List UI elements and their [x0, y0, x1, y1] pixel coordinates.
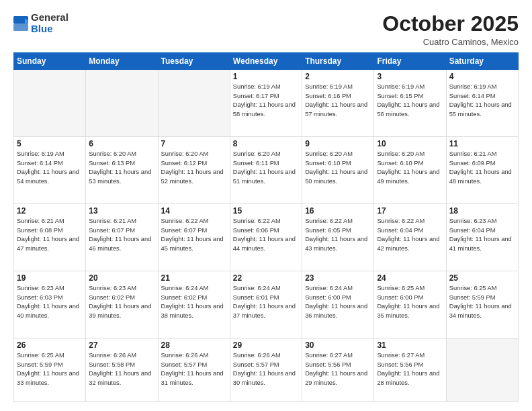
day-number: 26: [17, 340, 83, 350]
col-monday: Monday: [86, 53, 158, 70]
day-number: 29: [233, 340, 299, 350]
calendar-cell: 27Sunrise: 6:26 AM Sunset: 5:58 PM Dayli…: [86, 338, 158, 402]
calendar-cell: 21Sunrise: 6:24 AM Sunset: 6:02 PM Dayli…: [158, 271, 230, 338]
day-info: Sunrise: 6:20 AM Sunset: 6:11 PM Dayligh…: [233, 150, 299, 186]
header: General Blue October 2025 Cuatro Caminos…: [13, 12, 519, 47]
day-info: Sunrise: 6:19 AM Sunset: 6:14 PM Dayligh…: [17, 150, 83, 186]
day-number: 1: [233, 72, 299, 81]
day-number: 22: [233, 273, 299, 283]
title-block: October 2025 Cuatro Caminos, Mexico: [382, 12, 519, 47]
day-info: Sunrise: 6:20 AM Sunset: 6:10 PM Dayligh…: [305, 150, 371, 186]
day-info: Sunrise: 6:25 AM Sunset: 5:59 PM Dayligh…: [449, 284, 515, 320]
day-info: Sunrise: 6:22 AM Sunset: 6:07 PM Dayligh…: [161, 217, 227, 253]
day-info: Sunrise: 6:25 AM Sunset: 6:00 PM Dayligh…: [377, 284, 443, 320]
month-title: October 2025: [382, 12, 519, 36]
col-thursday: Thursday: [302, 53, 374, 70]
day-info: Sunrise: 6:24 AM Sunset: 6:02 PM Dayligh…: [161, 284, 227, 320]
logo-icon: [13, 16, 28, 31]
calendar-cell: 16Sunrise: 6:22 AM Sunset: 6:05 PM Dayli…: [302, 204, 374, 271]
day-number: 8: [233, 139, 299, 148]
calendar-cell: 6Sunrise: 6:20 AM Sunset: 6:13 PM Daylig…: [86, 137, 158, 204]
day-info: Sunrise: 6:26 AM Sunset: 5:57 PM Dayligh…: [161, 351, 227, 387]
day-number: 25: [449, 273, 515, 283]
day-info: Sunrise: 6:19 AM Sunset: 6:14 PM Dayligh…: [449, 83, 515, 119]
col-tuesday: Tuesday: [158, 53, 230, 70]
calendar-cell: 30Sunrise: 6:27 AM Sunset: 5:56 PM Dayli…: [302, 338, 374, 402]
day-info: Sunrise: 6:21 AM Sunset: 6:07 PM Dayligh…: [89, 217, 154, 253]
day-number: 16: [305, 206, 371, 216]
calendar-cell: 14Sunrise: 6:22 AM Sunset: 6:07 PM Dayli…: [158, 204, 230, 271]
calendar-cell: 22Sunrise: 6:24 AM Sunset: 6:01 PM Dayli…: [230, 271, 302, 338]
calendar-cell: 10Sunrise: 6:20 AM Sunset: 6:10 PM Dayli…: [374, 137, 446, 204]
calendar-cell: 5Sunrise: 6:19 AM Sunset: 6:14 PM Daylig…: [14, 137, 86, 204]
calendar-cell: 4Sunrise: 6:19 AM Sunset: 6:14 PM Daylig…: [446, 70, 518, 137]
location: Cuatro Caminos, Mexico: [382, 37, 519, 47]
calendar-cell: 12Sunrise: 6:21 AM Sunset: 6:08 PM Dayli…: [14, 204, 86, 271]
calendar-cell: 1Sunrise: 6:19 AM Sunset: 6:17 PM Daylig…: [230, 70, 302, 137]
day-info: Sunrise: 6:24 AM Sunset: 6:01 PM Dayligh…: [233, 284, 299, 320]
day-info: Sunrise: 6:27 AM Sunset: 5:56 PM Dayligh…: [305, 351, 371, 387]
calendar-cell: 29Sunrise: 6:26 AM Sunset: 5:57 PM Dayli…: [230, 338, 302, 402]
day-number: 30: [305, 340, 371, 350]
day-number: 9: [305, 139, 371, 148]
day-info: Sunrise: 6:21 AM Sunset: 6:09 PM Dayligh…: [449, 150, 515, 186]
day-number: 31: [377, 340, 443, 350]
day-info: Sunrise: 6:19 AM Sunset: 6:17 PM Dayligh…: [233, 83, 299, 119]
logo-general: General: [31, 11, 69, 23]
calendar-cell: [158, 70, 230, 137]
calendar-cell: [14, 70, 86, 137]
calendar-cell: 31Sunrise: 6:27 AM Sunset: 5:56 PM Dayli…: [374, 338, 446, 402]
calendar-cell: 24Sunrise: 6:25 AM Sunset: 6:00 PM Dayli…: [374, 271, 446, 338]
day-number: 17: [377, 206, 443, 216]
calendar-header-row: Sunday Monday Tuesday Wednesday Thursday…: [14, 53, 519, 70]
day-info: Sunrise: 6:20 AM Sunset: 6:12 PM Dayligh…: [161, 150, 227, 186]
col-wednesday: Wednesday: [230, 53, 302, 70]
day-number: 13: [89, 206, 154, 216]
day-number: 14: [161, 206, 227, 216]
day-info: Sunrise: 6:26 AM Sunset: 5:58 PM Dayligh…: [89, 351, 154, 387]
day-number: 28: [161, 340, 227, 350]
svg-rect-1: [13, 24, 28, 31]
day-number: 11: [449, 139, 515, 148]
col-saturday: Saturday: [446, 53, 518, 70]
calendar-cell: 19Sunrise: 6:23 AM Sunset: 6:03 PM Dayli…: [14, 271, 86, 338]
day-number: 7: [161, 139, 227, 148]
calendar-cell: 20Sunrise: 6:23 AM Sunset: 6:02 PM Dayli…: [86, 271, 158, 338]
day-info: Sunrise: 6:20 AM Sunset: 6:13 PM Dayligh…: [89, 150, 154, 186]
calendar-cell: 26Sunrise: 6:25 AM Sunset: 5:59 PM Dayli…: [14, 338, 86, 402]
day-info: Sunrise: 6:26 AM Sunset: 5:57 PM Dayligh…: [233, 351, 299, 387]
day-info: Sunrise: 6:20 AM Sunset: 6:10 PM Dayligh…: [377, 150, 443, 186]
col-friday: Friday: [374, 53, 446, 70]
day-number: 18: [449, 206, 515, 216]
day-info: Sunrise: 6:19 AM Sunset: 6:16 PM Dayligh…: [305, 83, 371, 119]
calendar-cell: 9Sunrise: 6:20 AM Sunset: 6:10 PM Daylig…: [302, 137, 374, 204]
day-number: 21: [161, 273, 227, 283]
calendar-cell: 3Sunrise: 6:19 AM Sunset: 6:15 PM Daylig…: [374, 70, 446, 137]
calendar-cell: 13Sunrise: 6:21 AM Sunset: 6:07 PM Dayli…: [86, 204, 158, 271]
calendar-cell: 25Sunrise: 6:25 AM Sunset: 5:59 PM Dayli…: [446, 271, 518, 338]
logo: General Blue: [13, 12, 69, 34]
logo-blue: Blue: [31, 23, 53, 34]
col-sunday: Sunday: [14, 53, 86, 70]
day-info: Sunrise: 6:27 AM Sunset: 5:56 PM Dayligh…: [377, 351, 443, 387]
day-number: 23: [305, 273, 371, 283]
day-info: Sunrise: 6:22 AM Sunset: 6:04 PM Dayligh…: [377, 217, 443, 253]
day-number: 19: [17, 273, 83, 283]
day-info: Sunrise: 6:25 AM Sunset: 5:59 PM Dayligh…: [17, 351, 83, 387]
calendar-cell: 17Sunrise: 6:22 AM Sunset: 6:04 PM Dayli…: [374, 204, 446, 271]
calendar-page: General Blue October 2025 Cuatro Caminos…: [0, 0, 532, 411]
day-info: Sunrise: 6:22 AM Sunset: 6:05 PM Dayligh…: [305, 217, 371, 253]
day-number: 20: [89, 273, 154, 283]
day-info: Sunrise: 6:23 AM Sunset: 6:03 PM Dayligh…: [17, 284, 83, 320]
calendar-table: Sunday Monday Tuesday Wednesday Thursday…: [13, 52, 519, 402]
calendar-cell: 7Sunrise: 6:20 AM Sunset: 6:12 PM Daylig…: [158, 137, 230, 204]
logo-text: General Blue: [31, 12, 69, 34]
calendar-cell: 11Sunrise: 6:21 AM Sunset: 6:09 PM Dayli…: [446, 137, 518, 204]
calendar-cell: [86, 70, 158, 137]
day-number: 6: [89, 139, 154, 148]
day-info: Sunrise: 6:21 AM Sunset: 6:08 PM Dayligh…: [17, 217, 83, 253]
day-number: 27: [89, 340, 154, 350]
day-number: 2: [305, 72, 371, 81]
day-number: 15: [233, 206, 299, 216]
day-info: Sunrise: 6:23 AM Sunset: 6:04 PM Dayligh…: [449, 217, 515, 253]
